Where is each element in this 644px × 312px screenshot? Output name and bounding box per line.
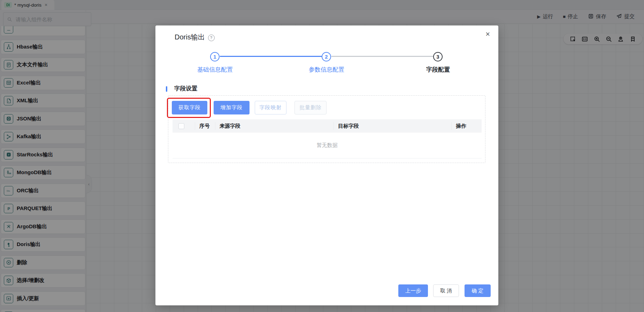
- previous-step-button[interactable]: 上一步: [398, 284, 428, 297]
- step-connector-pending: [331, 56, 433, 57]
- step-circle-2: 2: [322, 52, 331, 61]
- help-icon[interactable]: ?: [208, 35, 215, 41]
- step-connector-done: [220, 56, 322, 57]
- section-title: 字段设置: [174, 85, 197, 92]
- column-index: 序号: [195, 122, 215, 130]
- doris-output-dialog: Doris输出 ? × 1 2 3 基础信息配置 参数信息配置 字段配置 字段设…: [155, 25, 498, 305]
- section-accent-bar: [166, 86, 167, 92]
- dialog-title: Doris输出 ?: [175, 32, 215, 42]
- step-circle-3: 3: [433, 52, 443, 61]
- field-table-body: 暂无数据: [172, 133, 482, 158]
- close-icon[interactable]: ×: [485, 30, 490, 38]
- field-table-header: 序号 来源字段 目标字段 操作: [172, 119, 482, 133]
- step-label-basic-info[interactable]: 基础信息配置: [187, 66, 243, 74]
- column-target-field: 目标字段: [334, 122, 452, 130]
- confirm-button[interactable]: 确 定: [465, 284, 491, 297]
- column-source-field: 来源字段: [215, 122, 334, 130]
- step-label-field-config: 字段配置: [410, 66, 466, 74]
- highlight-annotation-box: [167, 98, 211, 118]
- select-all-checkbox[interactable]: [178, 123, 184, 129]
- add-field-button[interactable]: 增加字段: [214, 101, 250, 114]
- step-label-param-info[interactable]: 参数信息配置: [299, 66, 354, 74]
- cancel-button[interactable]: 取 消: [433, 284, 459, 297]
- step-circle-1: 1: [210, 52, 220, 61]
- empty-state-text: 暂无数据: [317, 142, 338, 149]
- batch-delete-button: 批量删除: [294, 101, 327, 114]
- field-mapping-button[interactable]: 字段映射: [255, 101, 286, 114]
- column-actions: 操作: [452, 122, 482, 130]
